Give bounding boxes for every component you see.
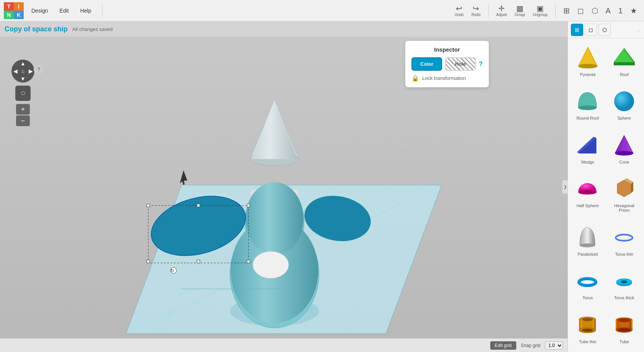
logo-n: N bbox=[4, 11, 14, 19]
text-icon: A bbox=[606, 7, 611, 15]
shape-item-half-sphere[interactable]: Half Sphere bbox=[571, 172, 605, 217]
shape-item-torus-thin[interactable]: Torus thin bbox=[608, 221, 641, 261]
menu-edit[interactable]: Edit bbox=[56, 6, 73, 15]
shapes-panel: ⊞ ◻ ⬡ ... Pyramid bbox=[568, 21, 644, 352]
right-wrapper: ❯ ⊞ ◻ ⬡ ... bbox=[568, 21, 644, 352]
shape-visual-hexagonal-prism bbox=[611, 175, 637, 202]
shape-item-tube-thin[interactable]: Tube thin bbox=[571, 308, 605, 349]
shape-item-torus-thick[interactable]: Torus thick bbox=[608, 264, 641, 305]
box-view-icon: ◻ bbox=[577, 7, 584, 15]
nav-home[interactable]: ⌂ bbox=[19, 67, 27, 75]
shape-label-paraboloid: Paraboloid bbox=[577, 252, 598, 256]
shape-item-sphere[interactable]: Sphere bbox=[608, 85, 641, 125]
shape-item-round-roof[interactable]: Round Roof bbox=[571, 85, 605, 125]
shape-item-tube[interactable]: Tube bbox=[608, 308, 641, 349]
ungroup-button[interactable]: ▣ Ungroup bbox=[530, 3, 550, 18]
nav-controls: ▲ ◀ ⌂ ▶ ▼ ⬡ + − bbox=[11, 60, 34, 126]
shape-item-cone[interactable]: Cone bbox=[608, 129, 641, 169]
menu-design[interactable]: Design bbox=[28, 6, 52, 15]
undo-button[interactable]: ↩ Undo bbox=[452, 3, 467, 18]
redo-button[interactable]: ↪ Redo bbox=[468, 3, 484, 18]
hole-button[interactable]: Hole bbox=[445, 57, 476, 71]
lock-icon: 🔒 bbox=[411, 75, 419, 82]
shape-visual-round-roof bbox=[574, 88, 601, 114]
canvas-area[interactable]: Copy of space ship All changes saved ▲ ◀… bbox=[0, 21, 568, 352]
shape-visual-wedge bbox=[574, 131, 601, 158]
shape-label-pyramid: Pyramid bbox=[580, 72, 595, 77]
grid-view-button[interactable]: ⊞ bbox=[560, 5, 573, 16]
shape-label-torus-thick: Torus thick bbox=[614, 295, 634, 300]
adjust-button[interactable]: ✛ Adjust bbox=[493, 3, 510, 18]
nav-arrow-dr[interactable] bbox=[27, 75, 34, 83]
nav-arrow-ul[interactable] bbox=[11, 60, 19, 67]
shape-visual-tube-thin bbox=[574, 311, 601, 338]
nav-arrow-right[interactable]: ▶ bbox=[27, 67, 34, 75]
toolbar-separator bbox=[102, 4, 102, 18]
star-button[interactable]: ★ bbox=[627, 5, 640, 16]
shape-label-sphere: Sphere bbox=[618, 116, 631, 120]
tinkercad-logo[interactable]: T I N K bbox=[4, 2, 24, 19]
inspector-title: Inspector bbox=[411, 46, 483, 53]
svg-point-71 bbox=[582, 318, 593, 321]
shape-item-pyramid[interactable]: Pyramid bbox=[571, 41, 605, 82]
svg-rect-47 bbox=[614, 62, 635, 65]
saved-status: All changes saved bbox=[72, 26, 113, 32]
shape-label-cone: Cone bbox=[619, 160, 629, 164]
shape-label-tube: Tube bbox=[620, 339, 629, 344]
box-view-button[interactable]: ◻ bbox=[574, 5, 587, 16]
project-title[interactable]: Copy of space ship bbox=[5, 25, 68, 33]
nav-arrow-ur[interactable] bbox=[27, 60, 34, 67]
shape-view-hex-button[interactable]: ⬡ bbox=[598, 24, 611, 36]
hex-view-icon: ⬡ bbox=[592, 7, 598, 15]
svg-point-49 bbox=[614, 91, 634, 111]
topbar: T I N K Design Edit Help ↩ Undo ↪ Redo ✛… bbox=[0, 0, 644, 21]
color-button[interactable]: Color bbox=[411, 57, 442, 71]
shape-panel-header: ⊞ ◻ ⬡ ... bbox=[568, 21, 644, 38]
snap-grid-select[interactable]: 1.0 0.5 2.0 bbox=[545, 341, 563, 350]
toolbar-sep2 bbox=[488, 4, 489, 18]
zoom-out-button[interactable]: − bbox=[16, 115, 30, 126]
shape-visual-pyramid bbox=[574, 44, 601, 71]
shape-item-wedge[interactable]: Wedge bbox=[571, 129, 605, 169]
nav-arrow-up[interactable]: ▲ bbox=[19, 60, 27, 67]
nav-arrow-left[interactable]: ◀ bbox=[11, 67, 19, 75]
star-icon: ★ bbox=[630, 7, 637, 15]
shape-item-roof[interactable]: Roof bbox=[608, 41, 641, 82]
group-button[interactable]: ▦ Group bbox=[511, 3, 528, 18]
redo-icon: ↪ bbox=[473, 5, 479, 12]
undo-icon: ↩ bbox=[456, 5, 462, 12]
number-button[interactable]: 1 bbox=[615, 5, 626, 16]
group-label: Group bbox=[514, 13, 525, 17]
shape-label-wedge: Wedge bbox=[581, 160, 594, 164]
svg-rect-30 bbox=[147, 204, 150, 207]
inspector-help-button[interactable]: ? bbox=[479, 61, 483, 68]
snap-grid-label: Snap grid bbox=[521, 343, 540, 348]
menu-help[interactable]: Help bbox=[76, 6, 95, 15]
svg-marker-41 bbox=[180, 170, 187, 185]
collapse-panel-button[interactable]: ❯ bbox=[562, 180, 568, 194]
text-button[interactable]: A bbox=[603, 5, 614, 16]
shape-label-torus-thin: Torus thin bbox=[615, 252, 633, 256]
shape-item-paraboloid[interactable]: Paraboloid bbox=[571, 221, 605, 261]
group-icon: ▦ bbox=[516, 5, 524, 12]
nav-arrow-down[interactable]: ▼ bbox=[19, 75, 27, 83]
toolbar-group: ↩ Undo ↪ Redo ✛ Adjust ▦ Group ▣ Ungroup… bbox=[452, 3, 640, 18]
nav-arrow-dl[interactable] bbox=[11, 75, 19, 83]
zoom-controls: + − bbox=[16, 104, 30, 126]
shapes-more-text[interactable]: ... bbox=[637, 28, 641, 32]
redo-label: Redo bbox=[472, 13, 481, 17]
help-button[interactable]: ? bbox=[34, 64, 44, 74]
shape-view-grid-button[interactable]: ⊞ bbox=[571, 24, 583, 36]
svg-rect-34 bbox=[197, 260, 200, 263]
shape-item-hexagonal-prism[interactable]: Hexagonal Prism bbox=[608, 172, 641, 217]
svg-rect-32 bbox=[247, 204, 250, 207]
zoom-in-button[interactable]: + bbox=[16, 104, 30, 115]
shape-visual-roof bbox=[611, 44, 637, 71]
lock-row: 🔒 Lock transformation bbox=[411, 75, 483, 82]
shape-item-torus[interactable]: Torus bbox=[571, 264, 605, 305]
orbit-control[interactable]: ▲ ◀ ⌂ ▶ ▼ bbox=[11, 60, 34, 83]
perspective-button[interactable]: ⬡ bbox=[15, 86, 31, 101]
edit-grid-button[interactable]: Edit grid bbox=[490, 341, 516, 350]
shape-view-box-button[interactable]: ◻ bbox=[585, 24, 597, 36]
hex-view-button[interactable]: ⬡ bbox=[589, 5, 601, 16]
